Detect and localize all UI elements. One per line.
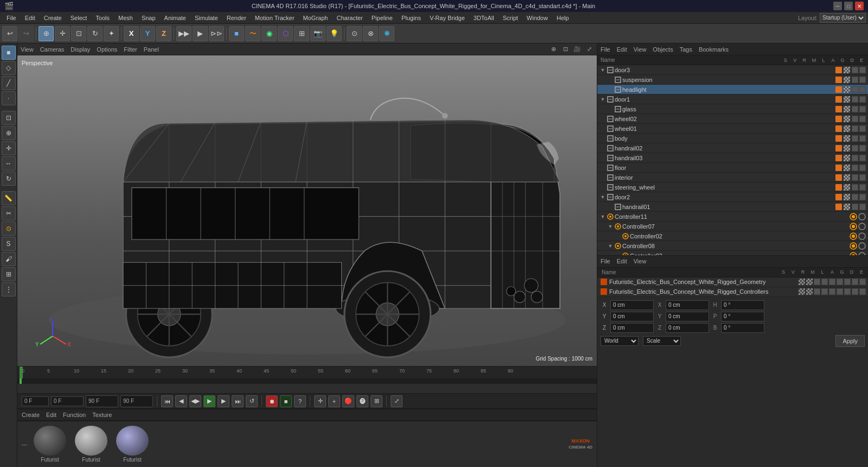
menu-render[interactable]: Render [222, 14, 251, 22]
om-item-handrail03[interactable]: handrail03 [597, 153, 868, 163]
om-item-controller08[interactable]: ▼ Controller08 [597, 241, 868, 251]
vp-view-menu[interactable]: View [21, 46, 34, 53]
menu-help[interactable]: Help [552, 14, 573, 22]
om-item-door2[interactable]: ▼ door2 [597, 192, 868, 202]
menu-mograph[interactable]: MoGraph [299, 14, 333, 22]
vp-camera-icon[interactable]: 🎥 [573, 45, 582, 54]
y-scale-value[interactable]: 0 cm [666, 312, 709, 321]
vp-maximize-icon[interactable]: ⤢ [585, 45, 593, 54]
menu-create[interactable]: Create [40, 14, 66, 22]
sidebar-edge-btn[interactable]: ╱ [2, 76, 16, 90]
om-item-controller02[interactable]: Controller02 [597, 231, 868, 241]
menu-script[interactable]: Script [499, 14, 522, 22]
expand-icon[interactable]: ▼ [607, 243, 614, 249]
om-item-controller11[interactable]: ▼ Controller11 [597, 212, 868, 222]
close-button[interactable]: ✕ [855, 2, 864, 10]
expand-icon[interactable] [607, 77, 614, 83]
transform-tool[interactable]: ✦ [104, 26, 119, 41]
expand-icon[interactable] [615, 234, 621, 239]
scale-dropdown[interactable]: Scale Size [643, 336, 681, 346]
sidebar-smooth-btn[interactable]: S [2, 237, 16, 251]
record-button[interactable]: ⏺ [266, 395, 278, 407]
rotate-tool[interactable]: ↻ [87, 26, 103, 41]
om-item-wheel01[interactable]: wheel01 [597, 124, 868, 134]
menu-3dtoall[interactable]: 3DToAll [469, 14, 499, 22]
om-item-door3[interactable]: ▼ door3 [597, 65, 868, 75]
expand-icon[interactable] [599, 175, 606, 180]
cube-tool[interactable]: ■ [229, 26, 244, 41]
current-frame-field[interactable]: 0 F [22, 396, 49, 406]
x-pos-value[interactable]: 0 cm [610, 300, 654, 310]
step-back-button[interactable]: ◀ [175, 395, 187, 407]
expand-icon[interactable]: ▼ [607, 224, 614, 229]
menu-motion-tracker[interactable]: Motion Tracker [251, 14, 299, 22]
world-dropdown[interactable]: World Object [601, 336, 639, 346]
vp-panel-menu[interactable]: Panel [144, 46, 159, 53]
play-back-button[interactable]: ◀▶ [189, 395, 201, 407]
tag-item-1[interactable]: Futuristic_Electric_Bus_Concept_White_Ri… [597, 277, 868, 287]
timeline-frames[interactable] [17, 378, 597, 384]
om-edit[interactable]: Edit [617, 46, 627, 53]
om-item-controller03[interactable]: Controller03 [597, 251, 868, 255]
om-item-handrail01[interactable]: handrail01 [597, 202, 868, 212]
expand-icon[interactable]: ▼ [599, 67, 606, 73]
spline-tool[interactable]: 〜 [245, 26, 260, 41]
maximize-button[interactable]: □ [844, 2, 853, 10]
bt-create[interactable]: Create [22, 412, 40, 418]
p-value[interactable]: 0 ° [721, 312, 764, 321]
help-button[interactable]: ? [294, 395, 306, 407]
z-pos-value[interactable]: 0 cm [610, 323, 654, 333]
om-item-wheel02[interactable]: wheel02 [597, 114, 868, 124]
om-objects[interactable]: Objects [653, 46, 673, 53]
om-item-glass[interactable]: glass [597, 104, 868, 114]
scene-tool[interactable]: ⊞ [294, 26, 309, 41]
add-key-button[interactable]: + [328, 395, 340, 407]
vp-display-menu[interactable]: Display [71, 46, 90, 53]
attr-view[interactable]: View [634, 258, 647, 264]
sidebar-scale-btn[interactable]: ↔ [2, 156, 16, 171]
tag-item-2[interactable]: Futuristic_Electric_Bus_Concept_White_Ri… [597, 287, 868, 297]
sidebar-select-btn[interactable]: ⊕ [2, 126, 16, 140]
sidebar-grid-btn[interactable]: ⊞ [2, 267, 16, 281]
expand-icon[interactable] [599, 185, 606, 190]
material-ball-3[interactable]: Futurist [114, 426, 151, 463]
menu-file[interactable]: File [2, 14, 21, 22]
obj-key-button[interactable]: 🅟 [356, 395, 368, 407]
expand-icon[interactable] [599, 116, 606, 122]
sidebar-measure-btn[interactable]: 📏 [2, 191, 16, 205]
goto-start-button[interactable]: ⏮ [161, 395, 173, 407]
bt-texture[interactable]: Texture [92, 412, 112, 418]
menu-character[interactable]: Character [332, 14, 367, 22]
sidebar-brush-btn[interactable]: ⊡ [2, 111, 16, 125]
sidebar-magnet-btn[interactable]: ⊙ [2, 222, 16, 236]
fullscreen-button[interactable]: ⤢ [391, 395, 403, 407]
om-file[interactable]: File [601, 46, 610, 53]
sidebar-extra-btn[interactable]: ⋮ [2, 282, 16, 296]
menu-mesh[interactable]: Mesh [114, 14, 137, 22]
redo-button[interactable]: ↪ [18, 26, 34, 41]
light-tool[interactable]: 💡 [327, 26, 342, 41]
h-value[interactable]: 0 ° [721, 300, 764, 310]
texture-mode[interactable]: Z [156, 26, 171, 41]
sidebar-knife-btn[interactable]: ✂ [2, 206, 16, 220]
expand-icon[interactable]: ▼ [599, 97, 606, 102]
b-value[interactable]: 0 ° [721, 323, 764, 333]
model-mode[interactable]: X [124, 26, 139, 41]
menu-window[interactable]: Window [522, 14, 552, 22]
nurbs-tool[interactable]: ◉ [261, 26, 277, 41]
undo-button[interactable]: ↩ [2, 26, 17, 41]
om-item-interior[interactable]: interior [597, 173, 868, 182]
menu-simulate[interactable]: Simulate [190, 14, 222, 22]
viewport[interactable]: Perspective [17, 55, 597, 366]
menu-select[interactable]: Select [66, 14, 92, 22]
expand-icon[interactable] [599, 165, 606, 171]
render-region[interactable]: ▶▶ [176, 26, 192, 41]
smooth-button[interactable]: ⊙ [347, 26, 362, 41]
om-item-list[interactable]: ▼ door3 suspension headlight ▼ [597, 65, 868, 255]
expand-icon[interactable] [599, 155, 606, 161]
om-item-headlight[interactable]: headlight [597, 85, 868, 94]
minimize-button[interactable]: ─ [833, 2, 842, 10]
move-tool-2[interactable]: ✛ [314, 395, 326, 407]
goto-end-button[interactable]: ⏭ [232, 395, 244, 407]
del-key-button[interactable]: 🔴 [342, 395, 354, 407]
